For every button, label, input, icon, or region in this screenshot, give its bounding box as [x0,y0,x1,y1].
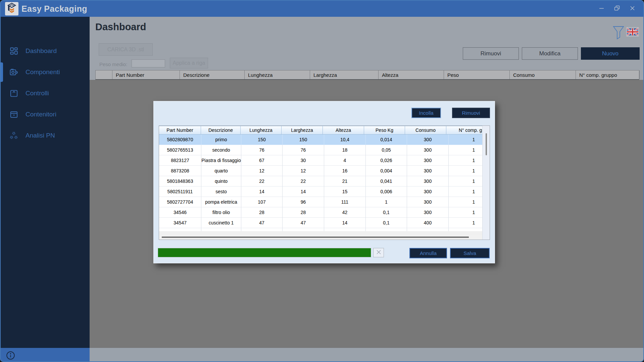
grid-cell[interactable]: 0,05 [366,145,407,155]
grid-cell[interactable]: 12 [241,166,283,176]
grid-cell[interactable]: 0,041 [366,176,407,187]
main-column-header[interactable]: N° comp. gruppo [576,70,640,79]
close-button[interactable] [629,6,635,12]
grid-cell[interactable]: 30 [283,155,324,166]
grid-cell[interactable]: 8823127 [159,155,201,166]
grid-cell[interactable]: secondo [201,145,241,155]
info-icon[interactable] [6,351,15,360]
clear-progress-button[interactable] [373,248,384,257]
main-column-header[interactable]: Larghezza [310,70,379,79]
peso-medio-input[interactable] [132,59,165,67]
grid-cell[interactable]: sesto [201,187,241,197]
grid-column-header[interactable]: Lunghezza [240,126,282,135]
grid-cell[interactable]: 76 [241,145,283,155]
filter-icon[interactable] [612,25,625,41]
grid-cell[interactable]: 22 [241,176,283,187]
grid-cell[interactable]: quinto [201,176,241,187]
carica-3d-button[interactable]: CARICA 3D .stl [99,43,153,56]
main-column-header[interactable] [96,70,112,79]
grid-column-header[interactable]: Consumo [405,126,446,135]
uk-flag-icon[interactable] [626,27,639,37]
grid-cell[interactable]: 16 [324,166,366,176]
grid-column-header[interactable]: N° comp. gr [446,126,482,135]
grid-cell[interactable]: 34547 [159,218,201,228]
grid-cell[interactable]: 22 [283,176,324,187]
grid-cell[interactable]: 1 [449,135,482,145]
grid-cell[interactable]: 5802765513 [159,145,201,155]
grid-cell[interactable]: 47 [241,218,283,228]
grid-cell[interactable]: 300 [407,187,449,197]
grid-cell[interactable]: 1 [449,218,482,228]
grid-cell[interactable]: 111 [324,197,366,207]
grid-cell[interactable]: primo [201,135,241,145]
grid-column-header[interactable]: Descrizione [201,126,241,135]
grid-cell[interactable]: 1 [449,187,482,197]
grid-cell[interactable]: 42 [324,207,366,218]
grid-cell[interactable]: 150 [241,135,283,145]
grid-cell[interactable]: 14 [324,218,366,228]
grid-row[interactable]: 8823127Piastra di fissaggio673040,026300… [159,155,482,166]
grid-cell[interactable]: 1 [449,155,482,166]
grid-cell[interactable]: 34546 [159,207,201,218]
nuovo-button[interactable]: Nuovo [581,47,640,60]
rimuovi-button[interactable]: Rimuovi [463,47,519,60]
grid-cell[interactable]: pompa elettrica [201,197,241,207]
grid-row[interactable]: 34547cuscinetto 14747140,14001 [159,218,482,228]
horizontal-scrollbar-thumb[interactable] [162,237,469,238]
grid-cell[interactable]: Piastra di fissaggio [201,155,241,166]
grid-column-header[interactable]: Larghezza [281,126,323,135]
grid-cell[interactable]: 400 [407,218,449,228]
grid-cell[interactable]: 47 [283,218,324,228]
grid-row[interactable]: 5802511911sesto1414150,0063001 [159,187,482,197]
restore-button[interactable] [614,6,620,12]
annulla-button[interactable]: Annulla [409,248,447,258]
grid-cell[interactable]: 300 [407,155,449,166]
grid-cell[interactable]: 0,014 [366,135,407,145]
modal-rimuovi-button[interactable]: Rimuovi [452,108,490,118]
grid-cell[interactable]: 300 [407,145,449,155]
main-column-header[interactable]: Consumo [510,70,576,79]
grid-cell[interactable]: 5801848363 [159,176,201,187]
grid-cell[interactable]: 14 [241,187,283,197]
grid-cell[interactable]: 15 [324,187,366,197]
modifica-button[interactable]: Modifica [522,47,578,60]
grid-cell[interactable]: 18 [324,145,366,155]
grid-cell[interactable]: 4 [324,155,366,166]
grid-cell[interactable]: 8873208 [159,166,201,176]
grid-row[interactable]: 5802727704pompa elettrica1079611113001 [159,197,482,207]
incolla-button[interactable]: Incolla [411,108,441,118]
main-column-header[interactable]: Lunghezza [245,70,310,79]
grid-cell[interactable]: 300 [407,207,449,218]
grid-cell[interactable]: 5802511911 [159,187,201,197]
vertical-scrollbar-thumb[interactable] [486,133,487,155]
main-column-header[interactable]: Peso [444,70,510,79]
grid-cell[interactable]: 300 [407,176,449,187]
grid-cell[interactable]: 1 [449,166,482,176]
grid-row[interactable]: 8873208quarto1212160,0043001 [159,166,482,176]
main-column-header[interactable]: Part Number [112,70,180,79]
grid-cell[interactable]: 300 [407,166,449,176]
salva-button[interactable]: Salva [450,248,490,258]
grid-cell[interactable]: 1 [366,197,407,207]
grid-column-header[interactable]: Altezza [323,126,364,135]
grid-cell[interactable]: 300 [407,197,449,207]
grid-cell[interactable]: 67 [241,155,283,166]
horizontal-scrollbar[interactable] [159,235,482,240]
grid-cell[interactable]: 0,1 [366,207,407,218]
grid-cell[interactable]: 28 [241,207,283,218]
main-column-header[interactable]: Altezza [379,70,444,79]
grid-cell[interactable]: 5802809870 [159,135,201,145]
grid-cell[interactable]: 12 [283,166,324,176]
grid-cell[interactable]: 1 [449,207,482,218]
grid-cell[interactable]: 0,006 [366,187,407,197]
sidebar-item-controlli[interactable]: Controlli [1,86,90,100]
grid-cell[interactable]: 1 [449,176,482,187]
grid-cell[interactable]: 0,1 [366,218,407,228]
sidebar-item-analisi-pn[interactable]: Analisi PN [1,128,90,143]
grid-cell[interactable]: 21 [324,176,366,187]
grid-cell[interactable]: 76 [283,145,324,155]
grid-cell[interactable]: 96 [283,197,324,207]
applica-a-riga-button[interactable]: Applica a riga [170,58,208,68]
minimize-button[interactable] [598,6,604,12]
grid-row[interactable]: 5802765513secondo7676180,053001 [159,145,482,155]
